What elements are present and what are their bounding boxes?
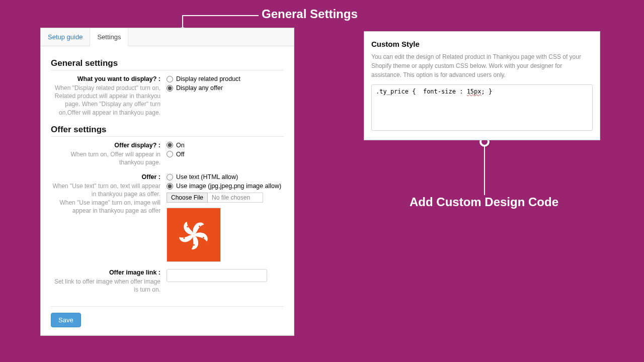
offer-display-row: Offer display? : When turn on, Offer wil… xyxy=(51,142,284,166)
flower-icon xyxy=(178,219,210,251)
tab-bar: Setup guide Settings xyxy=(41,28,294,46)
offer-link-row: Offer image link : Set link to offer ima… xyxy=(51,269,284,294)
offer-type-help: When "Use text" turn on, text will appea… xyxy=(51,182,160,215)
custom-style-title: Custom Style xyxy=(371,40,593,48)
display-mode-row: What you want to display? : When "Displa… xyxy=(51,75,284,117)
offer-display-label: Offer display? : xyxy=(51,142,160,149)
save-button[interactable]: Save xyxy=(51,313,81,327)
file-chooser: Choose File No file chosen xyxy=(167,193,284,203)
panel-footer: Save xyxy=(51,306,284,327)
offer-settings-heading: Offer settings xyxy=(51,125,284,137)
offer-link-help: Set link to offer image when offer image… xyxy=(51,278,160,294)
offer-link-label: Offer image link : xyxy=(51,269,160,276)
display-mode-help: When "Display related product" turn on, … xyxy=(51,84,160,117)
general-settings-heading: General settings xyxy=(51,58,284,70)
tab-settings[interactable]: Settings xyxy=(90,28,128,46)
annotation-line xyxy=(182,15,259,16)
offer-type-label: Offer : xyxy=(51,173,160,180)
custom-css-textarea[interactable]: .ty_price { font-size : 15px; } xyxy=(371,84,593,131)
display-related-radio[interactable]: Display related product xyxy=(167,75,284,82)
offer-display-help: When turn on, Offer will appear in thank… xyxy=(51,150,160,166)
annotation-general-settings: General Settings xyxy=(262,7,358,21)
display-offer-radio[interactable]: Display any offer xyxy=(167,84,284,92)
custom-style-description: You can edit the design of Related produ… xyxy=(371,52,593,79)
offer-type-row: Offer : When "Use text" turn on, text wi… xyxy=(51,173,284,262)
offer-image-radio[interactable]: Use image (jpg,jpeg,png image allow) xyxy=(167,183,284,190)
offer-on-radio[interactable]: On xyxy=(167,142,284,149)
offer-text-radio[interactable]: Use text (HTML allow) xyxy=(167,173,284,180)
custom-style-panel: Custom Style You can edit the design of … xyxy=(364,31,600,140)
offer-off-radio[interactable]: Off xyxy=(167,151,284,158)
annotation-custom-design: Add Custom Design Code xyxy=(404,195,565,209)
file-status: No file chosen xyxy=(208,193,263,203)
offer-image-preview xyxy=(167,208,221,262)
display-mode-label: What you want to display? : xyxy=(51,75,160,82)
offer-link-input[interactable] xyxy=(167,269,267,282)
svg-point-0 xyxy=(199,226,200,227)
tab-setup-guide[interactable]: Setup guide xyxy=(41,28,90,46)
settings-panel: Setup guide Settings General settings Wh… xyxy=(40,28,294,336)
choose-file-button[interactable]: Choose File xyxy=(167,193,208,203)
annotation-line xyxy=(484,146,485,195)
